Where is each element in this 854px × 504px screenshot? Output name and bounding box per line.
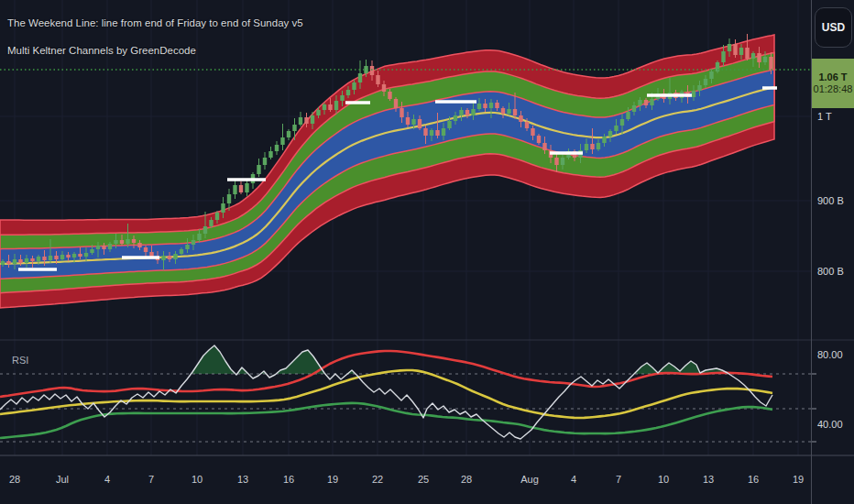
rsi-series-lines bbox=[0, 345, 772, 439]
rsi-level-lines bbox=[0, 374, 812, 442]
time-axis[interactable]: 28Jul4710131619222528Aug4710131619 bbox=[9, 474, 804, 485]
svg-text:Jul: Jul bbox=[56, 474, 69, 485]
currency-usd-button[interactable]: USD bbox=[815, 7, 852, 48]
last-price-value: 1.06 T bbox=[818, 72, 847, 82]
rsi-line-rsi bbox=[0, 345, 772, 439]
svg-text:1 T: 1 T bbox=[817, 111, 832, 122]
rsi-line-basis bbox=[0, 370, 772, 418]
svg-text:19: 19 bbox=[327, 474, 338, 485]
svg-text:7: 7 bbox=[616, 474, 621, 485]
svg-text:28: 28 bbox=[9, 474, 20, 485]
rsi-panel bbox=[0, 345, 812, 442]
indicator-title-keltner[interactable]: Multi Keltner Channels by GreenDecode bbox=[7, 45, 196, 56]
svg-text:13: 13 bbox=[703, 474, 714, 485]
svg-text:7: 7 bbox=[148, 474, 154, 485]
svg-text:4: 4 bbox=[104, 474, 110, 485]
bar-countdown-timer: 01:28:48 bbox=[814, 84, 853, 94]
svg-text:25: 25 bbox=[418, 474, 429, 485]
svg-text:4: 4 bbox=[571, 474, 576, 485]
svg-text:16: 16 bbox=[748, 474, 759, 485]
rsi-overbought-fill bbox=[192, 345, 729, 374]
svg-text:10: 10 bbox=[658, 474, 669, 485]
keltner-channel-bands bbox=[0, 35, 774, 308]
price-axis[interactable]: 1 T900 B800 B80.0040.00 bbox=[812, 111, 844, 442]
svg-text:800 B: 800 B bbox=[817, 266, 844, 277]
last-price-badge: 1.06 T 01:28:48 bbox=[812, 59, 854, 108]
svg-text:22: 22 bbox=[372, 474, 383, 485]
svg-text:10: 10 bbox=[192, 474, 203, 485]
svg-text:Aug: Aug bbox=[520, 474, 539, 485]
rsi-panel-label[interactable]: RSI bbox=[12, 355, 28, 366]
tradingview-chart-window: 1 T900 B800 B80.0040.00 28Jul47101316192… bbox=[0, 0, 854, 504]
svg-text:40.00: 40.00 bbox=[817, 419, 843, 430]
main-price-panel bbox=[0, 34, 777, 308]
svg-text:900 B: 900 B bbox=[817, 195, 844, 206]
svg-text:16: 16 bbox=[283, 474, 294, 485]
svg-text:19: 19 bbox=[793, 474, 804, 485]
svg-text:80.00: 80.00 bbox=[817, 349, 843, 360]
indicator-title-weekend-line[interactable]: The Weekend Line: line from end of Frida… bbox=[7, 17, 303, 28]
svg-text:13: 13 bbox=[237, 474, 248, 485]
svg-text:28: 28 bbox=[461, 474, 472, 485]
chart-canvas[interactable]: 1 T900 B800 B80.0040.00 28Jul47101316192… bbox=[0, 0, 854, 504]
